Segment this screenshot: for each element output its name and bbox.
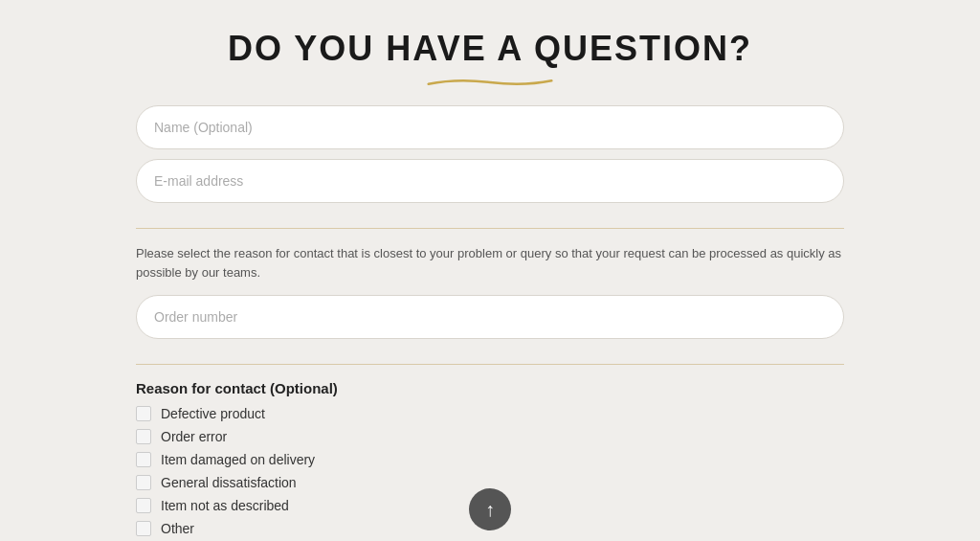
scroll-up-button[interactable]: ↑ [469,488,511,530]
list-item[interactable]: Order error [136,429,844,444]
reason-checkbox-2[interactable] [136,452,151,467]
list-item[interactable]: Item damaged on delivery [136,452,844,467]
list-item[interactable]: Defective product [136,406,844,421]
name-input[interactable] [136,105,844,149]
page-title: DO YOU HAVE A QUESTION? [136,29,844,69]
reason-checkbox-label-4: Item not as described [161,498,289,513]
divider-2 [136,364,844,365]
divider-1 [136,228,844,229]
reason-checkbox-3[interactable] [136,475,151,490]
order-number-input[interactable] [136,295,844,339]
reason-checkbox-label-0: Defective product [161,406,265,421]
instruction-text: Please select the reason for contact tha… [136,244,844,282]
reason-checkbox-1[interactable] [136,429,151,444]
form-section: Please select the reason for contact tha… [136,105,844,536]
title-section: DO YOU HAVE A QUESTION? [136,29,844,86]
reason-checkbox-4[interactable] [136,498,151,513]
page-container: DO YOU HAVE A QUESTION? Please select th… [117,0,863,541]
email-input[interactable] [136,159,844,203]
reason-checkbox-0[interactable] [136,406,151,421]
reason-checkbox-label-2: Item damaged on delivery [161,452,315,467]
reason-checkbox-label-5: Other [161,521,194,536]
reason-checkbox-label-1: Order error [161,429,227,444]
arrow-up-icon: ↑ [485,499,495,521]
reason-checkbox-label-3: General dissatisfaction [161,475,297,490]
title-underline-decoration [413,75,567,86]
reason-label: Reason for contact (Optional) [136,380,844,396]
reason-checkbox-5[interactable] [136,521,151,536]
